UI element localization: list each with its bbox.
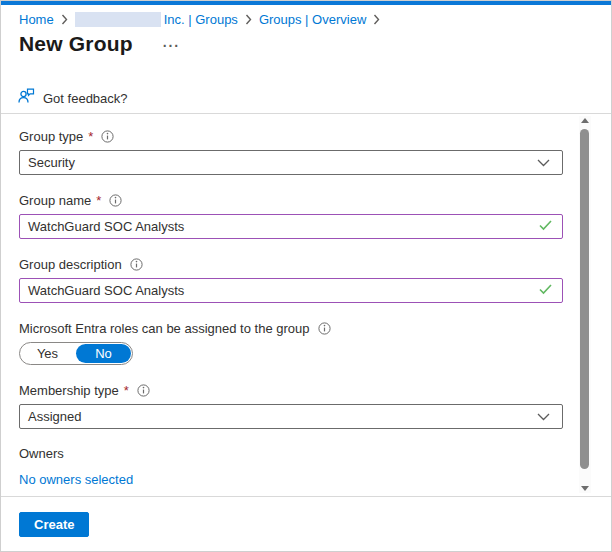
group-name-label-row: Group name * <box>19 192 563 208</box>
breadcrumb-tenant-label: Inc. | Groups <box>164 12 238 27</box>
toggle-option-no[interactable]: No <box>76 344 131 363</box>
info-icon[interactable] <box>130 258 143 271</box>
group-type-select[interactable]: Security <box>19 150 563 175</box>
create-button[interactable]: Create <box>19 512 89 537</box>
breadcrumb-tenant[interactable]: Inc. | Groups <box>75 12 238 27</box>
group-name-label: Group name <box>19 193 91 208</box>
group-type-label-row: Group type * <box>19 128 563 144</box>
info-icon[interactable] <box>109 194 122 207</box>
membership-type-select[interactable]: Assigned <box>19 404 563 429</box>
feedback-icon <box>18 88 35 108</box>
chevron-down-icon <box>537 409 550 424</box>
entra-roles-label-row: Microsoft Entra roles can be assigned to… <box>19 320 563 336</box>
scroll-up-arrow-icon[interactable] <box>581 118 589 123</box>
more-options-button[interactable]: ··· <box>163 38 180 54</box>
top-accent-bar <box>1 1 611 5</box>
vertical-scrollbar[interactable] <box>579 116 591 493</box>
group-description-label-row: Group description <box>19 256 563 272</box>
group-description-label: Group description <box>19 257 122 272</box>
group-name-input[interactable]: WatchGuard SOC Analysts <box>19 214 563 239</box>
info-icon[interactable] <box>137 384 150 397</box>
group-name-value: WatchGuard SOC Analysts <box>28 219 184 234</box>
required-asterisk: * <box>124 383 129 398</box>
group-description-input[interactable]: WatchGuard SOC Analysts <box>19 278 563 303</box>
group-type-label: Group type <box>19 129 83 144</box>
chevron-right-icon <box>61 14 68 25</box>
page-title: New Group <box>19 32 133 56</box>
membership-type-value: Assigned <box>28 409 81 424</box>
valid-check-icon <box>539 283 552 298</box>
info-icon[interactable] <box>318 322 331 335</box>
breadcrumb-home[interactable]: Home <box>19 12 54 27</box>
title-row: New Group ··· <box>19 32 180 56</box>
entra-roles-toggle: Yes No <box>19 342 133 365</box>
owners-picker-link[interactable]: No owners selected <box>19 472 133 487</box>
group-description-value: WatchGuard SOC Analysts <box>28 283 184 298</box>
info-icon[interactable] <box>101 130 114 143</box>
feedback-label: Got feedback? <box>43 91 128 106</box>
footer-bar: Create <box>1 496 611 551</box>
membership-type-label: Membership type <box>19 383 119 398</box>
scroll-down-arrow-icon[interactable] <box>581 486 589 491</box>
breadcrumb-groups-overview[interactable]: Groups | Overview <box>259 12 366 27</box>
redacted-tenant-name <box>75 12 161 27</box>
scrollbar-thumb[interactable] <box>580 129 589 469</box>
owners-label: Owners <box>19 446 563 461</box>
chevron-down-icon <box>537 155 550 170</box>
entra-roles-label: Microsoft Entra roles can be assigned to… <box>19 321 310 336</box>
toggle-option-yes[interactable]: Yes <box>20 343 75 364</box>
breadcrumb: Home Inc. | Groups Groups | Overview <box>19 12 380 27</box>
valid-check-icon <box>539 219 552 234</box>
required-asterisk: * <box>96 193 101 208</box>
chevron-right-icon <box>373 14 380 25</box>
membership-type-label-row: Membership type * <box>19 382 563 398</box>
chevron-right-icon <box>245 14 252 25</box>
group-type-value: Security <box>28 155 75 170</box>
new-group-panel: Home Inc. | Groups Groups | Overview New… <box>0 0 612 552</box>
required-asterisk: * <box>88 129 93 144</box>
new-group-form: Group type * Security Group name * Watch… <box>1 114 611 496</box>
got-feedback-link[interactable]: Got feedback? <box>18 88 128 108</box>
